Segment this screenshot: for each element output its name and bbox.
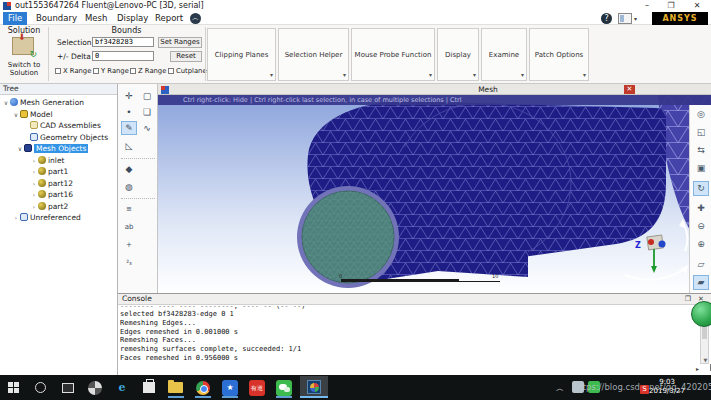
floating-assistant-ball[interactable] xyxy=(691,301,711,327)
tree-node-model[interactable]: ∨Model xyxy=(2,109,114,121)
switch-to-solution-button[interactable]: Switch to Solution xyxy=(0,61,48,77)
count-tool-icon[interactable]: ²₃ xyxy=(121,256,137,270)
taskbar: e ★ 有道 ︿ 9:03 2019/3/27 https://blog.csd… xyxy=(0,375,711,400)
collapse-ribbon-icon[interactable]: ︿ xyxy=(190,13,201,24)
add-surface-tool-icon[interactable]: + xyxy=(121,238,137,252)
svg-text:10: 10 xyxy=(492,273,498,279)
fluent-app-window: out1553647264 Fluent@Lenovo-PC [3D, seri… xyxy=(0,0,711,400)
youdao-button[interactable]: 有道 xyxy=(245,376,269,398)
tree-node-unreferenced[interactable]: ›Unreferenced xyxy=(2,212,114,224)
layout-caret-icon[interactable]: ▾ xyxy=(634,15,637,22)
selection-label: Selection xyxy=(57,38,92,47)
start-button[interactable] xyxy=(2,376,26,398)
store-icon xyxy=(143,382,155,393)
star-app-icon: ★ xyxy=(222,380,238,396)
pinwheel-icon xyxy=(88,381,102,395)
folder-icon xyxy=(168,382,183,393)
z-range-checkbox[interactable]: Z Range xyxy=(130,67,166,75)
box-select-tool-icon[interactable]: ▢ xyxy=(139,89,155,103)
pan-icon[interactable]: ⇆ xyxy=(693,143,709,158)
tree-panel-title: Tree xyxy=(0,84,117,95)
menu-file[interactable]: File xyxy=(3,12,27,25)
tree-node-inlet[interactable]: ›inlet xyxy=(2,155,114,167)
mesh-viewport[interactable]: 0 10 Z Ctrl right-click: Hide | xyxy=(158,95,711,293)
label-tool-icon[interactable]: ab xyxy=(121,220,137,234)
part-icon xyxy=(38,179,46,187)
lasso-select-tool-icon[interactable]: ∿ xyxy=(139,121,155,135)
help-icon[interactable]: ? xyxy=(601,13,612,24)
display-button[interactable]: Display▾ xyxy=(437,28,479,81)
tree-node-part1[interactable]: ›part1 xyxy=(2,166,114,178)
dropdown-caret-icon: ▾ xyxy=(583,70,586,79)
console-restore-icon[interactable]: ❐ xyxy=(683,295,693,304)
selection-input[interactable] xyxy=(92,37,154,47)
angle-measure-tool-icon[interactable]: ◺ xyxy=(121,139,137,153)
tree-node-cad-assemblies[interactable]: CAD Assemblies xyxy=(2,120,114,132)
console-scroll-right-icon[interactable]: ▸ xyxy=(696,365,699,372)
set-ranges-button[interactable]: Set Ranges xyxy=(158,37,202,48)
menu-mesh[interactable]: Mesh xyxy=(80,12,112,25)
tree-node-part12[interactable]: ›part12 xyxy=(2,178,114,190)
y-range-checkbox[interactable]: Y Range xyxy=(93,67,129,75)
surface-list-tool-icon[interactable]: ≡ xyxy=(121,202,137,216)
ribbon: Solution Switch to Solution Bounds Selec… xyxy=(0,25,711,84)
chrome-button[interactable] xyxy=(191,376,215,398)
wechat-button[interactable] xyxy=(272,376,296,398)
sphere-tool-icon[interactable]: ◍ xyxy=(121,180,137,194)
close-button[interactable]: ✕ xyxy=(688,0,706,11)
menu-display[interactable]: Display xyxy=(112,12,153,25)
menu-report[interactable]: Report xyxy=(150,12,188,25)
zoom-window-icon[interactable]: ◱ xyxy=(693,125,709,140)
x-range-checkbox[interactable]: X Range xyxy=(55,67,91,75)
dropdown-caret-icon: ▾ xyxy=(521,70,524,79)
tree-node-geometry-objects[interactable]: Geometry Objects xyxy=(2,132,114,144)
rotate-axes-tool-icon[interactable]: ✛ xyxy=(121,89,137,103)
tree-node-part2[interactable]: ›part2 xyxy=(2,201,114,213)
tree-node-part16[interactable]: ›part16 xyxy=(2,189,114,201)
window-title: out1553647264 Fluent@Lenovo-PC [3D, seri… xyxy=(15,1,204,10)
layout-arrange-icon[interactable] xyxy=(618,13,632,24)
perspective-icon[interactable]: ▱ xyxy=(693,257,709,272)
patch-options-button[interactable]: Patch Options▾ xyxy=(529,28,589,81)
reset-button[interactable]: Reset xyxy=(170,51,202,62)
tree-node-mesh-objects[interactable]: ∨Mesh Objects xyxy=(2,143,114,155)
perspective-on-icon[interactable]: ▰ xyxy=(693,275,709,290)
zoom-out-icon[interactable]: ⊖ xyxy=(693,219,709,234)
fluent-taskbar-button[interactable] xyxy=(300,376,328,398)
edge-button[interactable]: e xyxy=(110,376,134,398)
tree-node-mesh-generation[interactable]: ∨Mesh Generation xyxy=(2,97,114,109)
file-explorer-button[interactable] xyxy=(164,376,188,398)
graphics-close-icon[interactable]: ✕ xyxy=(624,85,635,94)
bounds-group-header: Bounds xyxy=(48,26,205,35)
cutplanes-checkbox[interactable]: Cutplanes xyxy=(168,67,210,75)
cortana-button[interactable] xyxy=(29,376,53,398)
fit-to-window-icon[interactable]: ▣ xyxy=(693,161,709,176)
rotate-view-icon[interactable]: ↻ xyxy=(693,181,709,196)
task-view-button[interactable] xyxy=(56,376,80,398)
switch-to-solution-icon[interactable] xyxy=(12,37,34,55)
point-probe-tool-icon[interactable]: • xyxy=(121,105,137,119)
copy-zones-tool-icon[interactable]: ❏ xyxy=(139,105,155,119)
plane-tool-icon[interactable]: ◆ xyxy=(121,162,137,176)
minimize-button[interactable]: – xyxy=(638,0,656,11)
mesh-3d-scene: 0 10 Z xyxy=(158,95,711,293)
maximize-button[interactable]: ❐ xyxy=(662,0,680,11)
move-view-icon[interactable]: ✚ xyxy=(693,201,709,216)
examine-button[interactable]: Examine▾ xyxy=(481,28,527,81)
view-toolbar: ◎ ◱ ⇆ ▣ ↻ ✚ ⊖ ⊕ ▱ ▰ xyxy=(689,105,711,293)
zoom-in-icon[interactable]: ⊕ xyxy=(693,237,709,252)
console-output[interactable]: -------- ---- ---- --------, ---- -- (--… xyxy=(120,306,695,374)
pinwheel-app-button[interactable] xyxy=(83,376,107,398)
mouse-probe-function-button[interactable]: Mouse Probe Function▾ xyxy=(351,28,435,81)
polyline-tool-icon[interactable]: ✎ xyxy=(121,121,137,135)
console-panel: Console ❐ ✕ -------- ---- ---- --------,… xyxy=(118,293,711,375)
clipping-planes-button[interactable]: Clipping Planes▾ xyxy=(207,28,276,81)
tray-chevron-icon[interactable]: ︿ xyxy=(556,383,564,394)
delta-input[interactable] xyxy=(92,51,154,61)
selection-helper-button[interactable]: Selection Helper▾ xyxy=(278,28,349,81)
star-app-button[interactable]: ★ xyxy=(218,376,242,398)
probe-icon[interactable]: ◎ xyxy=(693,107,709,122)
store-button[interactable] xyxy=(137,376,161,398)
menu-boundary[interactable]: Boundary xyxy=(31,12,82,25)
dropdown-caret-icon: ▾ xyxy=(343,70,346,79)
